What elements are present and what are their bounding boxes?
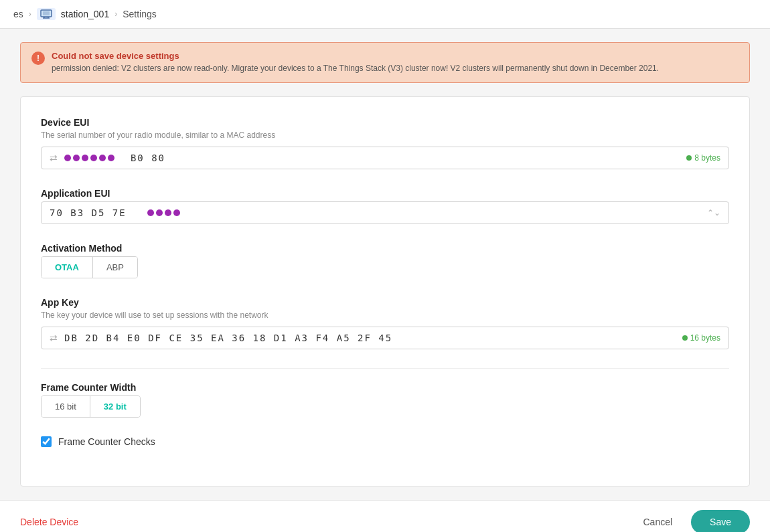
cancel-button[interactable]: Cancel <box>632 511 683 532</box>
footer-bar: Delete Device Cancel Save <box>0 500 770 532</box>
app-key-value: DB 2D B4 E0 DF CE 35 EA 36 18 D1 A3 F4 A… <box>64 333 682 343</box>
app-key-section: App Key The key your device will use to … <box>41 297 729 349</box>
shuffle-icon[interactable]: ⇄ <box>50 153 58 163</box>
activation-method-tabs: OTAA ABP <box>41 256 138 278</box>
frame-counter-width-section: Frame Counter Width 16 bit 32 bit <box>41 382 729 418</box>
device-eui-input[interactable]: ⇄ B0 80 <box>41 147 729 169</box>
chevron-icon: › <box>29 9 31 19</box>
activation-method-label: Activation Method <box>41 243 729 254</box>
error-title: Could not save device settings <box>52 51 659 61</box>
save-button[interactable]: Save <box>691 510 750 532</box>
footer-actions: Cancel Save <box>632 510 750 532</box>
frame-counter-width-tabs: 16 bit 32 bit <box>41 395 141 418</box>
tab-32bit[interactable]: 32 bit <box>90 396 140 417</box>
frame-counter-checks-label: Frame Counter Checks <box>58 436 155 447</box>
app-key-description: The key your device will use to set up s… <box>41 311 729 320</box>
delete-device-button[interactable]: Delete Device <box>20 511 78 532</box>
tab-abp[interactable]: ABP <box>93 257 137 278</box>
application-eui-select[interactable]: 70 B3 D5 7E ⌃⌄ <box>41 201 729 224</box>
form-card: Device EUI The serial number of your rad… <box>20 96 750 486</box>
tab-otaa[interactable]: OTAA <box>42 257 93 278</box>
error-icon: ! <box>31 52 45 65</box>
app-key-byte-count: 16 bytes <box>682 333 720 343</box>
error-banner: ! Could not save device settings permiss… <box>20 42 750 83</box>
app-key-shuffle-icon[interactable]: ⇄ <box>50 333 58 343</box>
error-content: Could not save device settings permissio… <box>52 51 659 74</box>
divider <box>41 368 729 369</box>
svg-rect-1 <box>43 11 50 15</box>
device-icon <box>37 8 56 20</box>
frame-counter-checks-row: Frame Counter Checks <box>41 436 729 447</box>
application-eui-section: Application EUI 70 B3 D5 7E ⌃⌄ <box>41 188 729 224</box>
frame-counter-width-label: Frame Counter Width <box>41 382 729 393</box>
device-eui-description: The serial number of your radio module, … <box>41 130 729 140</box>
device-eui-value: B0 80 <box>64 153 686 163</box>
app-key-label: App Key <box>41 297 729 308</box>
chevron-icon-2: › <box>114 9 117 19</box>
device-eui-section: Device EUI The serial number of your rad… <box>41 117 729 169</box>
breadcrumb-station[interactable]: station_001 <box>61 9 109 19</box>
breadcrumb: es › station_001 › Settings <box>0 0 770 29</box>
device-eui-byte-count: 8 bytes <box>686 153 720 163</box>
chevron-updown-icon: ⌃⌄ <box>707 208 720 217</box>
frame-counter-checks-section: Frame Counter Checks <box>41 436 729 447</box>
error-message: permission denied: V2 clusters are now r… <box>52 63 659 74</box>
breadcrumb-settings: Settings <box>123 9 157 19</box>
breadcrumb-prefix: es <box>13 9 23 19</box>
tab-16bit[interactable]: 16 bit <box>42 396 90 417</box>
application-eui-value: 70 B3 D5 7E <box>50 207 180 218</box>
device-eui-label: Device EUI <box>41 117 729 128</box>
application-eui-label: Application EUI <box>41 188 729 199</box>
activation-method-section: Activation Method OTAA ABP <box>41 243 729 278</box>
masked-bytes <box>64 153 123 163</box>
app-key-input[interactable]: ⇄ DB 2D B4 E0 DF CE 35 EA 36 18 D1 A3 F4… <box>41 327 729 349</box>
frame-counter-checks-checkbox[interactable] <box>41 436 52 447</box>
